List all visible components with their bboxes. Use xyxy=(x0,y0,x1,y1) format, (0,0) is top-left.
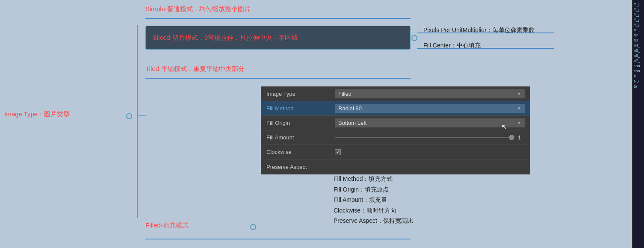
panel-row-image-type: Image Type Filled ▼ xyxy=(261,87,530,101)
label-clockwise: Clockwise xyxy=(266,149,335,155)
blue-line-tiled xyxy=(145,78,411,79)
ann-fill-method: Fill Method：填充方式 xyxy=(334,174,413,184)
code-line-9: n4_ xyxy=(633,43,644,48)
label-fill-amount: Fill Amount xyxy=(266,134,335,141)
code-line-13: son xyxy=(633,63,644,68)
code-line-10: n5_ xyxy=(633,48,644,53)
bottom-text-block: Fill Method：填充方式 Fill Origin：填充原点 Fill A… xyxy=(334,174,413,226)
dropdown-image-type-value: Filled xyxy=(338,91,352,97)
main-container: Simple-普通模式，均匀缩放整个图片 Sliced-切片模式，9宫格拉伸，只… xyxy=(0,0,644,248)
value-fill-method[interactable]: Radial 90 ▼ xyxy=(335,104,525,113)
code-line-17: to xyxy=(633,84,644,89)
code-line-1: Y_j xyxy=(633,2,644,7)
slider-track xyxy=(335,137,514,138)
ann-clockwise: Clockwise：顺时针方向 xyxy=(334,205,413,216)
dropdown-image-type[interactable]: Filled ▼ xyxy=(335,89,525,98)
ui-panel: Image Type Filled ▼ Fill Method Radial 9… xyxy=(261,86,530,174)
annotation-tiled: Tiled-平铺模式，重复平铺中央部分 xyxy=(145,65,245,73)
slider-value: 1 xyxy=(518,134,525,141)
blue-line-bottom xyxy=(145,239,411,239)
panel-row-clockwise: Clockwise ✓ xyxy=(261,145,530,159)
line-pixels-right xyxy=(417,32,554,33)
code-line-15: e xyxy=(633,74,644,79)
dropdown-fill-method-value: Radial 90 xyxy=(338,105,362,112)
code-line-3: Y_j xyxy=(633,12,644,17)
panel-row-preserve-aspect: Preserve Aspect xyxy=(261,159,530,174)
label-fill-origin: Fill Origin xyxy=(266,120,335,126)
panel-row-fill-amount: Fill Amount 1 xyxy=(261,130,530,145)
code-line-16: Nu xyxy=(633,79,644,84)
bracket-bot xyxy=(137,115,138,218)
code-line-11: n6_ xyxy=(633,53,644,58)
circle-connector-sliced xyxy=(411,35,417,41)
slider-fill-amount[interactable]: 1 xyxy=(335,134,525,141)
slider-thumb[interactable] xyxy=(509,135,514,140)
code-line-7: n2_ xyxy=(633,32,644,38)
code-line-8: n3_ xyxy=(633,38,644,43)
value-fill-origin[interactable]: Bottom Left ▼ xyxy=(335,118,525,127)
annotation-simple: Simple-普通模式，均匀缩放整个图片 xyxy=(145,5,251,13)
circle-left-imagetype xyxy=(126,113,132,119)
panel-row-fill-method: Fill Method Radial 90 ▼ xyxy=(261,101,530,116)
dropdown-arrow-image-type: ▼ xyxy=(517,92,521,96)
dropdown-fill-method[interactable]: Radial 90 ▼ xyxy=(335,104,525,113)
bracket-top xyxy=(137,25,138,118)
bracket-mid xyxy=(137,115,146,116)
dropdown-fill-origin[interactable]: Bottom Left ▼ xyxy=(335,118,525,127)
code-line-6: n1_ xyxy=(633,27,644,32)
code-line-2: Y_j xyxy=(633,7,644,12)
ann-fill-amount: Fill Amount：填充量 xyxy=(334,195,413,205)
code-line-4: Y_j xyxy=(633,17,644,22)
label-image-type: Image Type xyxy=(266,91,335,97)
ann-fill-origin: Fill Origin：填充原点 xyxy=(334,184,413,195)
label-preserve-aspect: Preserve Aspect xyxy=(266,164,335,170)
circle-filled xyxy=(250,224,256,230)
value-fill-amount[interactable]: 1 xyxy=(335,134,525,141)
annotation-image-type: Image Type：图片类型 xyxy=(4,110,70,118)
panel-row-fill-origin: Fill Origin Bottom Left ▼ xyxy=(261,116,530,130)
dropdown-fill-origin-value: Bottom Left xyxy=(338,120,366,126)
line-fill-center xyxy=(417,48,554,49)
code-line-12: n7_ xyxy=(633,58,644,63)
dropdown-arrow-fill-origin: ▼ xyxy=(517,121,521,125)
value-image-type[interactable]: Filled ▼ xyxy=(335,89,525,98)
annotation-sliced: Sliced-切片模式，9宫格拉伸，只拉伸中央十字区域 xyxy=(153,34,298,42)
value-clockwise[interactable]: ✓ xyxy=(335,149,525,155)
label-fill-method: Fill Method xyxy=(266,105,335,112)
annotation-filled: Filled-填充模式 xyxy=(145,221,189,230)
slider-fill xyxy=(335,137,514,138)
ann-preserve-aspect: Preserve Aspect：保持宽高比 xyxy=(334,216,413,226)
dropdown-arrow-fill-method: ▼ xyxy=(517,106,521,111)
right-sidebar-code: Y_j Y_j Y_j Y_j Y_j n1_ n2_ n3_ n4_ n5_ … xyxy=(633,0,644,248)
sliced-box: Sliced-切片模式，9宫格拉伸，只拉伸中央十字区域 xyxy=(145,26,411,50)
blue-line-simple xyxy=(145,18,411,19)
code-line-14: son xyxy=(633,68,644,74)
code-line-5: Y_j xyxy=(633,22,644,27)
checkbox-clockwise[interactable]: ✓ xyxy=(335,149,341,155)
